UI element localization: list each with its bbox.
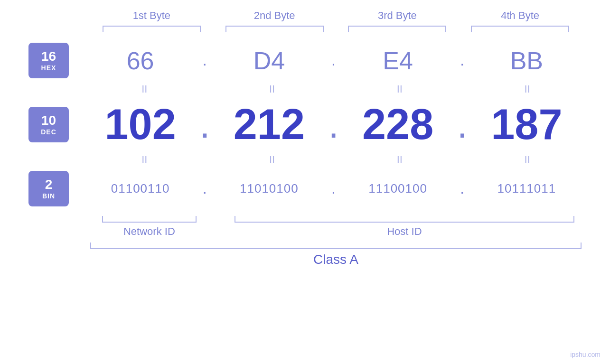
hex-row: 16 HEX 66 . D4 . E4 . BB bbox=[28, 37, 582, 84]
byte2-header: 2nd Byte bbox=[213, 9, 336, 22]
eq1-b2: II bbox=[218, 84, 327, 94]
hex-b2: D4 bbox=[253, 47, 285, 75]
dec-dot1: . bbox=[195, 103, 214, 147]
dec-base-name: DEC bbox=[41, 128, 56, 136]
equals-row-2: II II II II bbox=[28, 155, 582, 165]
bin-base-name: BIN bbox=[42, 192, 55, 200]
eq2-b4: II bbox=[473, 155, 582, 165]
dec-label-box: 10 DEC bbox=[28, 107, 69, 142]
hex-base-name: HEX bbox=[41, 64, 56, 72]
eq1-b3: II bbox=[346, 84, 454, 94]
dec-values: 102 . 212 . 228 . 187 bbox=[85, 100, 582, 149]
dec-dot3: . bbox=[453, 103, 472, 147]
hex-dot1: . bbox=[195, 52, 214, 69]
bin-base-num: 2 bbox=[45, 177, 53, 192]
dec-base-num: 10 bbox=[41, 113, 56, 128]
bottom-brackets bbox=[90, 216, 582, 223]
hex-b4: BB bbox=[510, 47, 543, 75]
bottom-labels: Network ID Host ID bbox=[90, 225, 582, 238]
hex-label-box: 16 HEX bbox=[28, 43, 69, 78]
eq1-b1: II bbox=[90, 84, 199, 94]
bin-dot2: . bbox=[324, 180, 343, 197]
eq2-b3: II bbox=[346, 155, 454, 165]
equals-row-1: II II II II bbox=[28, 84, 582, 94]
bin-values: 01100110 . 11010100 . 11100100 . 1011101… bbox=[85, 180, 582, 197]
hex-base-num: 16 bbox=[41, 49, 56, 64]
host-id-label: Host ID bbox=[227, 225, 582, 238]
dec-b2: 212 bbox=[234, 101, 305, 148]
main-container: 1st Byte 2nd Byte 3rd Byte 4th Byte 16 H… bbox=[0, 0, 610, 364]
bin-b4: 10111011 bbox=[497, 181, 556, 196]
hex-b1: 66 bbox=[127, 47, 154, 75]
class-label: Class A bbox=[90, 252, 582, 267]
byte-headers: 1st Byte 2nd Byte 3rd Byte 4th Byte bbox=[28, 9, 582, 22]
bin-label-box: 2 BIN bbox=[28, 171, 69, 206]
bin-b1: 01100110 bbox=[111, 181, 170, 196]
dec-row: 10 DEC 102 . 212 . 228 . 187 bbox=[28, 94, 582, 155]
network-id-label: Network ID bbox=[90, 225, 208, 238]
eq2-b1: II bbox=[90, 155, 199, 165]
hex-dot3: . bbox=[453, 52, 472, 69]
bin-b2: 11010100 bbox=[240, 181, 299, 196]
hex-values: 66 . D4 . E4 . BB bbox=[85, 47, 582, 75]
hex-dot2: . bbox=[324, 52, 343, 69]
bin-b3: 11100100 bbox=[368, 181, 427, 196]
eq1-b4: II bbox=[473, 84, 582, 94]
class-section: Class A bbox=[28, 243, 582, 267]
dec-dot2: . bbox=[324, 103, 343, 147]
dec-b3: 228 bbox=[362, 101, 433, 148]
bin-dot1: . bbox=[195, 180, 214, 197]
byte3-header: 3rd Byte bbox=[336, 9, 459, 22]
bottom-section: Network ID Host ID bbox=[28, 216, 582, 238]
dec-b4: 187 bbox=[491, 101, 562, 148]
top-brackets bbox=[28, 26, 582, 32]
class-bracket bbox=[90, 243, 582, 249]
hex-b3: E4 bbox=[383, 47, 413, 75]
bin-row: 2 BIN 01100110 . 11010100 . 11100100 . 1… bbox=[28, 165, 582, 212]
byte1-header: 1st Byte bbox=[90, 9, 213, 22]
bin-dot3: . bbox=[453, 180, 472, 197]
watermark: ipshu.com bbox=[570, 351, 601, 358]
byte4-header: 4th Byte bbox=[459, 9, 582, 22]
dec-b1: 102 bbox=[105, 101, 176, 148]
eq2-b2: II bbox=[218, 155, 327, 165]
